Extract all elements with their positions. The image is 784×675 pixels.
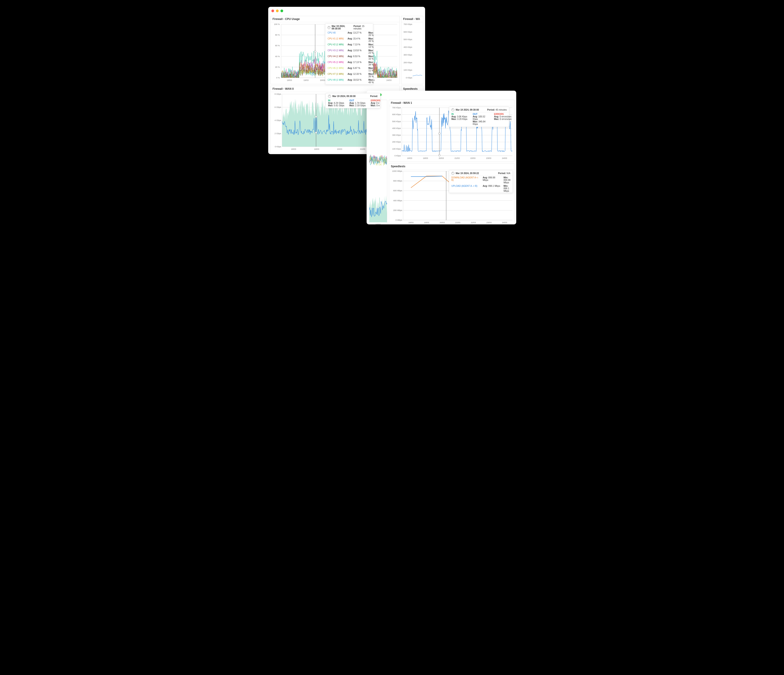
close-icon[interactable]	[271, 9, 274, 12]
tooltip-series-row: DOWNLOAD (AGENT A <- B)Avg: 899.98 MbpsM…	[449, 176, 513, 184]
svg-text:500 Kbps: 500 Kbps	[404, 38, 412, 40]
svg-text:600 Kbps: 600 Kbps	[404, 31, 412, 33]
panel-wan-side: Firewall - WA 0 Kbps100 Kbps200 Kbps300 …	[401, 16, 423, 84]
svg-text:23/03: 23/03	[486, 221, 492, 224]
panel-cpu: Firewall - CPU Usage 0 %20 %40 %60 %80 %…	[271, 16, 400, 84]
tooltip-series-row: CPU #3 (1 MIN)Avg: 13.53 %Max: 23 %	[325, 49, 373, 54]
svg-text:100 Kbps: 100 Kbps	[404, 69, 412, 71]
svg-text:18/03: 18/03	[407, 157, 412, 159]
tooltip-series-row: CPU #8 (1 MIN)Avg: 33.53 %Max: 49 %	[325, 78, 373, 84]
panel-wan1: Firewall - WAN 1 0 Kbps100 Kbps200 Kbps3…	[389, 100, 515, 162]
svg-text:20/03: 20/03	[439, 157, 444, 159]
minimize-icon[interactable]	[276, 9, 278, 12]
clock-icon	[451, 172, 454, 175]
tooltip-timestamp: Mar 19 2024, 09:30:00	[332, 95, 356, 98]
tooltip-series-row: CPU #2 (1 MIN)Avg: 7.13 %Max: 13 %	[325, 43, 373, 49]
svg-point-82	[439, 154, 440, 156]
cpu-tooltip: Mar 19 2024, 09:30:00 Period: 15 minutes…	[325, 23, 373, 84]
window-traffic-lights	[367, 91, 516, 99]
dashboard-window-2: 24/03 Firewall - WAN 1 0 Kbps100 Kbps200…	[367, 91, 516, 224]
tooltip-series-row: CPU #7 (1 MIN)Avg: 12.33 %Max: 26 %	[325, 72, 373, 78]
svg-text:2 Gbps: 2 Gbps	[275, 132, 282, 135]
svg-text:400 Kbps: 400 Kbps	[404, 46, 412, 48]
clock-icon	[328, 95, 331, 98]
svg-text:19/03: 19/03	[303, 79, 308, 81]
svg-text:19/03: 19/03	[424, 221, 429, 224]
svg-text:20/03: 20/03	[337, 148, 342, 150]
svg-text:0 Kbps: 0 Kbps	[275, 146, 282, 148]
svg-text:20/03: 20/03	[440, 221, 445, 224]
svg-text:18/03: 18/03	[408, 221, 414, 224]
wan0-tooltip: Mar 19 2024, 09:30:00 Period: INAvg: 4.2…	[325, 93, 380, 108]
svg-text:60 %: 60 %	[275, 44, 280, 47]
svg-text:1000 Mbps: 1000 Mbps	[392, 170, 402, 172]
svg-text:21/03: 21/03	[360, 148, 365, 150]
svg-text:0 Kbps: 0 Kbps	[395, 155, 401, 157]
tooltip-col: ERRORSAvg: 0 errors/secMax: 0 errors/sec	[494, 113, 512, 125]
panel-title: Speedtests	[389, 163, 514, 170]
svg-text:8 Gbps: 8 Gbps	[275, 93, 282, 95]
svg-text:300 Kbps: 300 Kbps	[404, 54, 412, 56]
svg-text:400 Kbps: 400 Kbps	[392, 127, 401, 129]
svg-point-51	[315, 116, 317, 118]
svg-text:24/03: 24/03	[386, 79, 392, 81]
svg-text:0 Kbps: 0 Kbps	[406, 76, 412, 79]
zoom-icon[interactable]	[280, 9, 283, 12]
panel-speedtests: Speedtests 0 Mbps200 Mbps400 Mbps600 Mbp…	[389, 163, 515, 224]
svg-text:800 Mbps: 800 Mbps	[393, 180, 402, 182]
svg-text:40 %: 40 %	[275, 55, 280, 58]
svg-text:22/03: 22/03	[471, 221, 476, 224]
svg-text:22/03: 22/03	[470, 157, 476, 159]
tooltip-series-row: CPU #6 (1 MIN)Avg: 6.87 %Max: 11 %	[325, 67, 373, 72]
panel-strip: 24/03	[369, 100, 387, 224]
tooltip-col: ERRORSAvg: 0 eMax: 0 e	[371, 99, 389, 107]
svg-text:23/03: 23/03	[486, 157, 491, 159]
strip-chart: 24/03	[369, 100, 387, 224]
svg-point-81	[439, 132, 440, 134]
svg-text:6 Gbps: 6 Gbps	[275, 106, 282, 108]
panel-title: Firewall - WAN 1	[389, 100, 514, 106]
svg-text:80 %: 80 %	[275, 34, 280, 36]
svg-text:18/03: 18/03	[291, 148, 296, 150]
svg-text:200 Kbps: 200 Kbps	[404, 61, 412, 64]
svg-text:20/03: 20/03	[320, 79, 325, 81]
svg-text:200 Mbps: 200 Mbps	[393, 209, 402, 212]
svg-text:400 Mbps: 400 Mbps	[393, 199, 402, 202]
tooltip-col: OUTAvg: 105.52 KbpsMax: 345.64 Kbps	[473, 113, 491, 125]
svg-text:700 Kbps: 700 Kbps	[404, 23, 412, 25]
wan-side-chart[interactable]: 0 Kbps100 Kbps200 Kbps300 Kbps400 Kbps50…	[401, 22, 423, 84]
tooltip-series-row: CPU #0Avg: 13.27 %Max: 28 %	[325, 31, 373, 37]
tooltip-series-row: CPU #5 (1 MIN)Avg: 17.13 %Max: 34 %	[325, 61, 373, 67]
svg-text:21/03: 21/03	[455, 221, 460, 224]
tooltip-timestamp: Mar 19 2024, 09:30:00	[332, 25, 352, 30]
svg-text:18/03: 18/03	[287, 79, 292, 81]
tooltip-series-row: CPU #4 (1 MIN)Avg: 8.53 %Max: 16 %	[325, 54, 373, 61]
tooltip-timestamp: Mar 19 2024, 20:59:22	[456, 172, 479, 174]
wan1-tooltip: Mar 19 2024, 09:30:00 Period: 45 minutes…	[449, 107, 509, 127]
svg-text:24/03: 24/03	[375, 223, 381, 224]
svg-text:100 %: 100 %	[274, 23, 280, 25]
tooltip-timestamp: Mar 19 2024, 09:30:00	[456, 109, 479, 111]
svg-text:100 Kbps: 100 Kbps	[392, 148, 401, 150]
clock-icon	[451, 108, 454, 111]
svg-text:300 Kbps: 300 Kbps	[392, 134, 401, 136]
panel-title: Firewall - CPU Usage	[271, 16, 400, 22]
speedtests-tooltip: Mar 19 2024, 20:59:22 Period: N/A DOWNLO…	[449, 170, 513, 193]
svg-text:600 Kbps: 600 Kbps	[392, 114, 401, 116]
window-traffic-lights	[268, 7, 425, 15]
svg-text:200 Kbps: 200 Kbps	[392, 141, 401, 143]
panel-title: Firewall - WA	[401, 16, 423, 22]
svg-text:19/03: 19/03	[423, 157, 428, 159]
tooltip-col: INAvg: 3.06 KbpsMax: 3.20 Kbps	[451, 113, 470, 125]
svg-text:500 Kbps: 500 Kbps	[392, 120, 401, 123]
svg-point-23	[314, 51, 316, 52]
svg-text:0 Mbps: 0 Mbps	[395, 219, 402, 221]
tooltip-series-row: CPU #1 (1 MIN)Avg: 15.4 %Max: 28 %	[325, 37, 373, 43]
tooltip-col: INAvg: 4.24 GbpsMax: 5.61 Gbps	[328, 99, 346, 107]
svg-text:20 %: 20 %	[275, 66, 280, 68]
svg-text:24/03: 24/03	[502, 221, 507, 224]
tooltip-col: OUTAvg: 1.74 GbpsMax: 2.33 Gbps	[349, 99, 367, 107]
svg-text:19/03: 19/03	[314, 148, 319, 150]
svg-text:600 Mbps: 600 Mbps	[393, 190, 402, 192]
svg-text:21/03: 21/03	[454, 157, 460, 159]
